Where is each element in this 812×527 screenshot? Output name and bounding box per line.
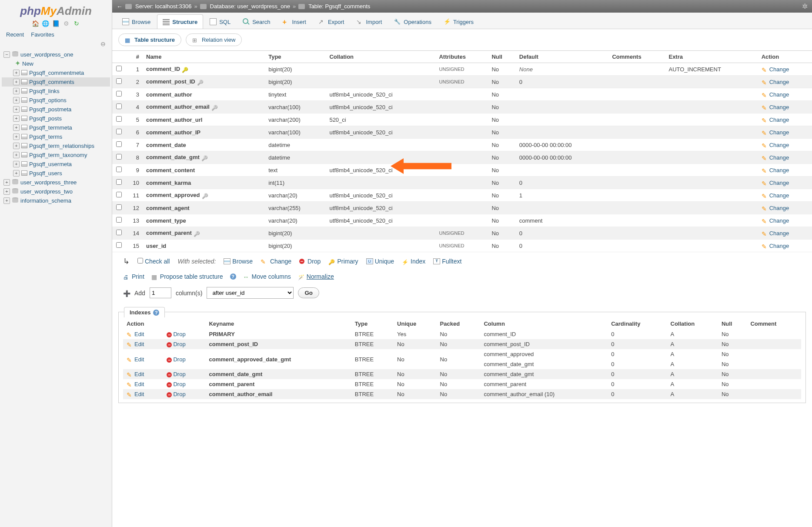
drop-index[interactable]: −Drop [167,391,185,397]
expand-icon[interactable]: + [3,179,10,186]
change-link[interactable]: Change [762,66,789,73]
edit-index[interactable]: Edit [127,356,144,363]
move-columns-link[interactable]: Move columns [243,273,291,280]
new-table-link[interactable]: New [22,60,33,67]
row-checkbox[interactable] [116,116,122,122]
db-item[interactable]: user_wordpress_two [20,188,73,195]
change-link[interactable]: Change [762,167,789,173]
db-item[interactable]: information_schema [20,197,71,204]
expand-icon[interactable]: + [13,88,20,94]
row-checkbox[interactable] [116,91,122,97]
help-icon[interactable]: ? [153,310,159,316]
edit-index[interactable]: Edit [127,391,144,397]
go-button[interactable]: Go [298,287,319,298]
logo[interactable]: phpMyAdmin [2,2,110,19]
change-link[interactable]: Change [762,79,789,85]
drop-index[interactable]: −Drop [167,371,185,377]
tab-import[interactable]: Import [351,14,388,29]
edit-index[interactable]: Edit [127,381,144,387]
sel-index[interactable]: Index [402,258,425,265]
expand-icon[interactable]: + [13,124,20,131]
expand-icon[interactable]: + [13,70,20,76]
change-link[interactable]: Change [762,205,789,211]
sel-primary[interactable]: Primary [328,258,358,265]
expand-icon[interactable]: + [13,152,20,158]
change-link[interactable]: Change [762,129,789,136]
db-item[interactable]: user_wordpress_three [20,179,77,186]
change-link[interactable]: Change [762,91,789,98]
breadcrumb-server[interactable]: Server: localhost:3306 [135,3,191,10]
edit-index[interactable]: Edit [127,371,144,377]
row-checkbox[interactable] [116,103,122,109]
table-item[interactable]: Pgsqff_posts [29,115,62,122]
change-link[interactable]: Change [762,117,789,123]
change-link[interactable]: Change [762,142,789,148]
print-link[interactable]: Print [123,273,144,280]
tab-operations[interactable]: Operations [388,14,437,29]
expand-icon[interactable]: + [13,161,20,167]
row-checkbox[interactable] [116,141,122,147]
expand-icon[interactable]: + [3,188,10,195]
expand-icon[interactable]: + [3,197,10,204]
row-checkbox[interactable] [116,129,122,134]
check-all[interactable]: Check all [137,258,170,265]
propose-link[interactable]: Propose table structure [151,273,223,280]
db-item[interactable]: user_wordpress_one [20,51,73,58]
normalize-link[interactable]: Normalize [298,273,334,280]
table-item[interactable]: Pgsqff_postmeta [29,106,71,113]
settings-icon[interactable]: ⚙ [62,20,70,27]
add-count-input[interactable] [150,287,171,298]
drop-index[interactable]: −Drop [167,381,185,387]
drop-index[interactable]: −Drop [167,356,185,363]
collapse-icon[interactable]: − [3,51,10,58]
tab-search[interactable]: Search [237,14,276,29]
favorites-tab[interactable]: Favorites [29,30,56,39]
change-link[interactable]: Change [762,230,789,237]
expand-icon[interactable]: + [13,170,20,177]
collapse-icon[interactable]: ⊖ [2,40,110,50]
change-link[interactable]: Change [762,217,789,224]
table-item[interactable]: Pgsqff_links [29,88,60,94]
row-checkbox[interactable] [116,66,122,71]
row-checkbox[interactable] [116,78,122,84]
back-icon[interactable]: ← [117,3,123,10]
tab-triggers[interactable]: Triggers [438,14,479,29]
table-item[interactable]: Pgsqff_users [29,170,62,177]
table-item[interactable]: Pgsqff_term_taxonomy [29,152,87,158]
recent-tab[interactable]: Recent [4,30,26,39]
breadcrumb-database[interactable]: Database: user_wordpress_one [210,3,290,10]
tab-sql[interactable]: SQL [204,14,236,29]
row-checkbox[interactable] [116,179,122,185]
sel-unique[interactable]: UUnique [366,258,394,265]
tab-browse[interactable]: Browse [117,14,156,29]
tab-insert[interactable]: Insert [277,14,312,29]
docs-icon[interactable]: 📘 [52,20,60,27]
sel-drop[interactable]: −Drop [299,258,321,265]
table-item[interactable]: Pgsqff_usermeta [29,161,72,167]
row-checkbox[interactable] [116,167,122,172]
breadcrumb-table[interactable]: Table: Pgsqff_comments [308,3,370,10]
table-item[interactable]: Pgsqff_options [29,97,67,103]
row-checkbox[interactable] [116,217,122,223]
subtab-table-structure[interactable]: Table structure [118,33,181,46]
edit-index[interactable]: Edit [127,341,144,347]
expand-icon[interactable]: + [13,143,20,149]
row-checkbox[interactable] [116,192,122,197]
logout-icon[interactable]: 🌐 [42,20,50,27]
table-item[interactable]: Pgsqff_commentmeta [29,70,84,76]
sel-browse[interactable]: Browse [224,258,253,265]
page-settings-icon[interactable]: ✲ [802,2,808,10]
expand-icon[interactable]: + [13,133,20,140]
tab-export[interactable]: Export [313,14,350,29]
change-link[interactable]: Change [762,154,789,161]
reload-icon[interactable]: ↻ [73,20,80,27]
edit-index[interactable]: Edit [127,331,144,337]
home-icon[interactable]: 🏠 [31,20,39,27]
sel-change[interactable]: Change [261,258,291,265]
table-item[interactable]: Pgsqff_comments [29,79,74,85]
expand-icon[interactable]: + [13,115,20,122]
row-checkbox[interactable] [116,204,122,210]
row-checkbox[interactable] [116,154,122,160]
sel-fulltext[interactable]: TFulltext [433,258,461,265]
change-link[interactable]: Change [762,192,789,199]
